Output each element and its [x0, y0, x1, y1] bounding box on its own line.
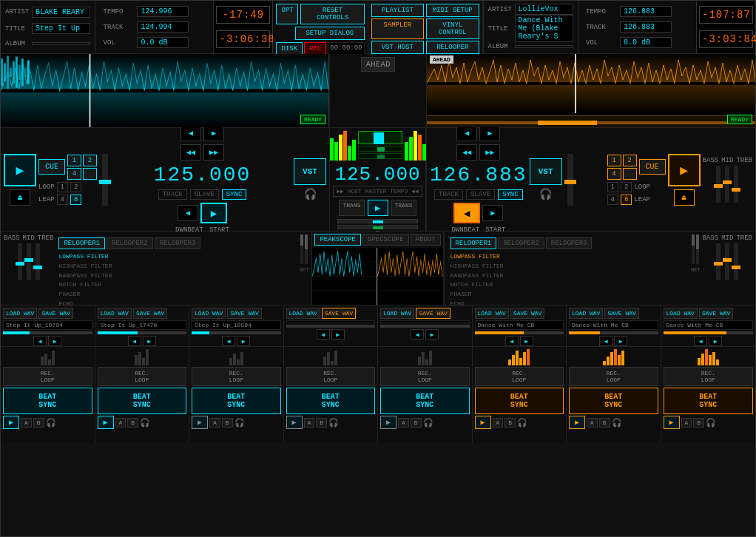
bottom-play-7[interactable]: ▶ — [569, 416, 585, 429]
deck1-cue-button[interactable]: CUE — [38, 159, 65, 175]
load-wav-3[interactable]: LOAD WAV — [192, 308, 226, 319]
nav-next-4[interactable]: ▶ — [331, 329, 345, 340]
nav-next-3[interactable]: ▶ — [237, 336, 250, 346]
peakscope-tab[interactable]: PEAKSCOPE — [314, 234, 361, 246]
deck1-num4[interactable] — [83, 168, 97, 180]
rec-loop-8[interactable]: REC.LOOP — [664, 367, 754, 386]
deck1-bass-slider[interactable] — [18, 243, 22, 280]
deck2-slave-badge[interactable]: SLAVE — [466, 189, 495, 200]
deck2-pitch-slider[interactable] — [567, 154, 573, 206]
opt-button[interactable]: OPT — [276, 4, 298, 24]
rec-loop-7[interactable]: REC.LOOP — [569, 367, 658, 386]
beat-sync-3[interactable]: BEATSYNC — [192, 388, 281, 414]
ab-a-2[interactable]: A — [115, 418, 126, 428]
deck2-num4[interactable] — [623, 168, 637, 180]
deck1-filter-phaser[interactable]: PHASER — [58, 290, 294, 300]
deck2-sync-badge[interactable]: SYNC — [498, 189, 523, 200]
beat-sync-1[interactable]: BEATSYNC — [3, 388, 92, 414]
deck1-dry-slider[interactable] — [300, 234, 303, 264]
deck1-relooper3-tab[interactable]: RELOOPER3 — [155, 237, 201, 249]
deck2-leap1[interactable]: 4 — [607, 195, 618, 205]
deck2-treb-slider[interactable] — [734, 166, 738, 203]
deck2-filter-notch[interactable]: NOTCH FILTER — [450, 280, 686, 290]
deck1-loop1[interactable]: 1 — [57, 182, 68, 192]
waveform-right[interactable]: AHEAD — [427, 54, 755, 127]
deck2-relooper2-tab[interactable]: RELOOPER2 — [498, 237, 544, 249]
beat-sync-7[interactable]: BEATSYNC — [569, 388, 658, 414]
nav-prev-4[interactable]: ◀ — [317, 329, 330, 340]
deck1-num3[interactable]: 4 — [67, 168, 81, 180]
nav-next-7[interactable]: ▶ — [614, 336, 627, 346]
deck2-loop1[interactable]: 1 — [607, 182, 618, 192]
deck1-leap2[interactable]: 8 — [70, 195, 81, 205]
crossfader-left[interactable] — [358, 131, 402, 144]
setup-dialog-button[interactable]: SETUP DIALOG — [295, 27, 364, 40]
about-tab[interactable]: ABOUT — [411, 234, 441, 246]
ab-b-6[interactable]: B — [504, 418, 516, 428]
ab-a-3[interactable]: A — [209, 418, 220, 428]
deck1-num2[interactable]: 2 — [83, 155, 97, 166]
headphone-5-icon[interactable]: 🎧 — [423, 418, 433, 428]
nav-next-8[interactable]: ▶ — [709, 336, 722, 346]
ab-b-8[interactable]: B — [693, 418, 704, 428]
waveform-left[interactable]: READY — [1, 54, 329, 127]
save-wav-7[interactable]: SAVE WAV — [604, 308, 638, 319]
ab-b-2[interactable]: B — [127, 418, 138, 428]
save-wav-8[interactable]: SAVE WAV — [699, 308, 733, 319]
crossfader-main[interactable] — [337, 219, 418, 223]
deck1-filter-highpass[interactable]: HIGHPASS FILTER — [58, 262, 294, 271]
ab-a-5[interactable]: A — [398, 418, 409, 428]
nav-next-2[interactable]: ▶ — [143, 336, 156, 346]
deck1-forward-button[interactable]: ▶ — [200, 203, 227, 223]
rec-loop-5[interactable]: REC.LOOP — [380, 367, 470, 386]
bottom-play-4[interactable]: ▶ — [286, 416, 303, 429]
deck1-slave-badge[interactable]: SLAVE — [190, 189, 219, 200]
deck2-vst-button[interactable]: VST — [530, 158, 562, 185]
deck2-bass-slider[interactable] — [716, 166, 720, 203]
sampler-button[interactable]: SAMPLER — [371, 18, 425, 39]
deck1-track-badge[interactable]: TRACK — [158, 189, 187, 200]
nav-next-6[interactable]: ▶ — [520, 336, 533, 346]
specscope-tab[interactable]: SPECSCOPE — [362, 234, 409, 246]
deck2-ff-button[interactable]: ▶▶ — [479, 144, 500, 161]
ab-a-1[interactable]: A — [21, 418, 32, 428]
deck2-eject-button[interactable]: ⏏ — [674, 189, 695, 206]
deck2-num2[interactable]: 2 — [623, 155, 637, 166]
save-wav-1[interactable]: SAVE WAV — [38, 308, 72, 319]
rec-loop-2[interactable]: REC.LOOP — [98, 367, 187, 386]
nav-prev-1[interactable]: ◀ — [33, 336, 47, 346]
ab-a-7[interactable]: A — [587, 418, 598, 428]
deck2-filter-phaser[interactable]: PHASER — [450, 290, 686, 300]
reset-controls-button[interactable]: RESET CONTROLS — [300, 4, 364, 24]
deck2-treb-slider2[interactable] — [734, 243, 738, 280]
load-wav-7[interactable]: LOAD WAV — [569, 308, 603, 319]
nav-prev-6[interactable]: ◀ — [505, 336, 519, 346]
deck1-relooper1-tab[interactable]: RELOOPER1 — [58, 237, 105, 249]
beat-sync-8[interactable]: BEATSYNC — [664, 388, 754, 414]
trans-right-button[interactable]: TRANS — [391, 200, 416, 216]
nav-next-1[interactable]: ▶ — [48, 336, 61, 346]
deck1-leap1[interactable]: 4 — [57, 195, 68, 205]
save-wav-6[interactable]: SAVE WAV — [510, 308, 544, 319]
deck1-pitch-slider[interactable] — [102, 154, 108, 206]
deck1-next-button[interactable]: ▶ — [203, 125, 224, 141]
bottom-play-5[interactable]: ▶ — [380, 416, 396, 429]
nav-next-5[interactable]: ▶ — [425, 329, 439, 340]
deck2-track-badge[interactable]: TRACK — [434, 189, 463, 200]
deck2-play-button[interactable]: ▶ — [668, 154, 701, 186]
beat-sync-2[interactable]: BEATSYNC — [98, 388, 187, 414]
center-forward-button[interactable]: ▶ — [368, 200, 388, 216]
deck2-relooper1-tab[interactable]: RELOOPER1 — [450, 237, 497, 249]
load-wav-6[interactable]: LOAD WAV — [475, 308, 509, 319]
ab-b-5[interactable]: B — [411, 418, 422, 428]
deck1-prev-button[interactable]: ◀ — [180, 125, 201, 141]
headphone-3-icon[interactable]: 🎧 — [234, 418, 245, 428]
deck1-headphone-icon[interactable]: 🎧 — [304, 188, 317, 200]
bottom-play-3[interactable]: ▶ — [192, 416, 208, 429]
playlist-button[interactable]: PLAYLIST — [371, 4, 425, 17]
save-wav-2[interactable]: SAVE WAV — [133, 308, 167, 319]
load-wav-1[interactable]: LOAD WAV — [3, 308, 37, 319]
deck1-filter-lowpass[interactable]: LOWPASS FILTER — [58, 252, 294, 262]
relooper-button[interactable]: RELOOPER — [426, 41, 479, 54]
deck1-vst-button[interactable]: VST — [294, 158, 326, 185]
